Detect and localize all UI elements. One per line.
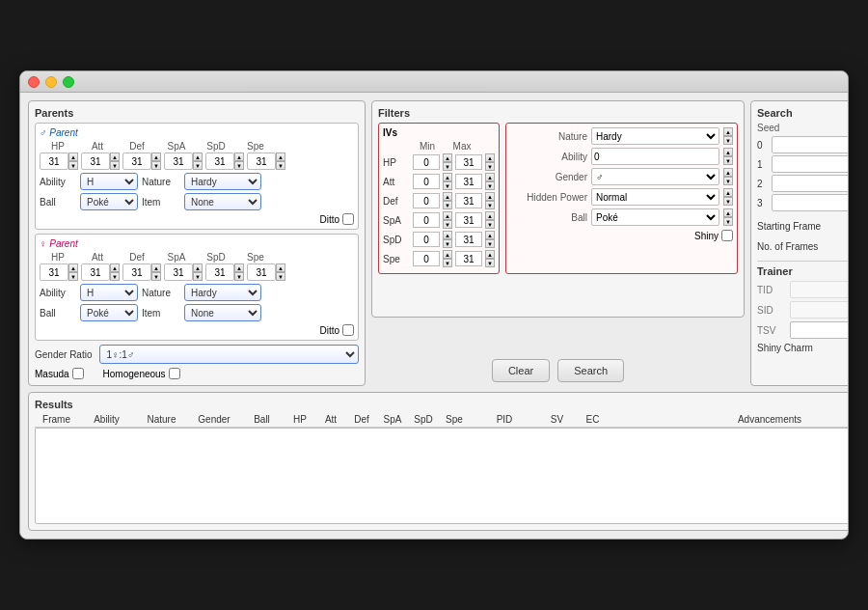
parent2-spa-input[interactable] <box>164 263 193 281</box>
p2-att-up[interactable]: ▲ <box>110 263 120 272</box>
filter-hp-min[interactable] <box>413 154 440 170</box>
parent1-nature-select[interactable]: Hardy <box>184 173 261 190</box>
filter-spd-min-stepper[interactable]: ▲▼ <box>443 231 452 248</box>
parent2-spd-input[interactable] <box>205 263 234 281</box>
parent1-spa-down[interactable]: ▼ <box>193 161 203 170</box>
parent2-hp-stepper[interactable]: ▲▼ <box>68 263 78 281</box>
parent1-ball-select[interactable]: Poké <box>80 193 138 210</box>
parent1-hp-down[interactable]: ▼ <box>68 161 78 170</box>
filter-ball-select[interactable]: Poké <box>591 208 719 226</box>
p2-spd-down[interactable]: ▼ <box>234 272 244 281</box>
p2-spe-up[interactable]: ▲ <box>276 263 285 272</box>
parent2-hp-input[interactable] <box>40 263 68 281</box>
filter-spd-min[interactable] <box>413 232 440 247</box>
p2-att-down[interactable]: ▼ <box>110 272 120 281</box>
parent2-item-select[interactable]: None <box>184 304 261 321</box>
parent2-spa-stepper[interactable]: ▲▼ <box>193 263 203 281</box>
filter-hp-min-stepper[interactable]: ▲▼ <box>443 153 452 171</box>
p2-hp-up[interactable]: ▲ <box>68 263 78 272</box>
filter-ability-stepper[interactable]: ▲▼ <box>723 148 733 165</box>
filter-ability-input[interactable] <box>591 148 719 165</box>
parent1-spa-input[interactable] <box>164 152 193 170</box>
filter-hp-stepper[interactable]: ▲▼ <box>723 188 733 206</box>
parent2-att-stepper[interactable]: ▲▼ <box>110 263 120 281</box>
parent1-spd-input[interactable] <box>205 152 234 170</box>
seed-3-input[interactable] <box>772 194 849 211</box>
clear-button[interactable]: Clear <box>492 359 550 382</box>
parent2-ability-select[interactable]: H <box>80 284 138 301</box>
p2-spa-down[interactable]: ▼ <box>193 272 203 281</box>
filter-gender-stepper[interactable]: ▲▼ <box>723 168 733 185</box>
filter-spd-max[interactable] <box>455 232 482 247</box>
close-button[interactable] <box>28 76 40 88</box>
filter-nature-select[interactable]: Hardy <box>591 127 719 145</box>
parent1-att-input[interactable] <box>81 152 110 170</box>
results-body[interactable] <box>35 428 849 524</box>
seed-2-input[interactable] <box>772 175 849 192</box>
sid-input[interactable] <box>790 301 849 319</box>
filter-spe-min-stepper[interactable]: ▲▼ <box>443 250 452 267</box>
parent2-def-input[interactable] <box>122 263 151 281</box>
parent1-def-input[interactable] <box>122 152 151 170</box>
filter-spa-min-stepper[interactable]: ▲▼ <box>443 211 452 229</box>
filter-spe-max[interactable] <box>455 251 482 266</box>
parent2-spe-input[interactable] <box>247 263 276 281</box>
filter-def-min-stepper[interactable]: ▲▼ <box>443 192 452 209</box>
masuda-checkbox[interactable] <box>72 368 84 379</box>
filter-gender-select[interactable]: ♂ <box>591 168 719 185</box>
p2-spe-down[interactable]: ▼ <box>276 272 285 281</box>
parent2-spd-stepper[interactable]: ▲▼ <box>234 263 244 281</box>
filter-spd-max-stepper[interactable]: ▲▼ <box>485 231 495 248</box>
filter-att-min-stepper[interactable]: ▲▼ <box>443 173 452 190</box>
filter-att-max[interactable] <box>455 174 482 189</box>
parent1-ditto-checkbox[interactable] <box>342 213 354 225</box>
filter-hp-max[interactable] <box>455 154 482 170</box>
filter-spa-min[interactable] <box>413 212 440 228</box>
parent2-ball-select[interactable]: Poké <box>80 304 138 321</box>
filter-spa-max[interactable] <box>455 212 482 228</box>
parent1-def-up[interactable]: ▲ <box>151 152 161 161</box>
tsv-input[interactable] <box>790 321 849 339</box>
parent1-def-down[interactable]: ▼ <box>151 161 161 170</box>
p2-def-down[interactable]: ▼ <box>151 272 161 281</box>
homogeneous-checkbox[interactable] <box>169 368 180 379</box>
parent1-att-down[interactable]: ▼ <box>110 161 120 170</box>
p2-spa-up[interactable]: ▲ <box>193 263 203 272</box>
filter-def-max[interactable] <box>455 193 482 208</box>
p2-hp-down[interactable]: ▼ <box>68 272 78 281</box>
tid-input[interactable] <box>790 281 849 298</box>
p2-def-up[interactable]: ▲ <box>151 263 161 272</box>
parent1-hp-input[interactable] <box>40 152 68 170</box>
parent2-att-input[interactable] <box>81 263 110 281</box>
minimize-button[interactable] <box>45 76 57 88</box>
p2-spd-up[interactable]: ▲ <box>234 263 244 272</box>
filter-def-min[interactable] <box>413 193 440 208</box>
filter-spe-max-stepper[interactable]: ▲▼ <box>485 250 495 267</box>
parent1-spa-stepper[interactable]: ▲▼ <box>193 152 203 170</box>
parent1-spa-up[interactable]: ▲ <box>193 152 203 161</box>
parent1-spd-down[interactable]: ▼ <box>234 161 244 170</box>
filter-att-max-stepper[interactable]: ▲▼ <box>485 173 495 190</box>
parent1-hp-stepper[interactable]: ▲▼ <box>68 152 78 170</box>
gender-ratio-select[interactable]: 1♀:1♂ <box>99 345 359 364</box>
parent1-hp-up[interactable]: ▲ <box>68 152 78 161</box>
filter-att-min[interactable] <box>413 174 440 189</box>
seed-1-input[interactable] <box>772 155 849 173</box>
filter-spa-max-stepper[interactable]: ▲▼ <box>485 211 495 229</box>
parent1-item-select[interactable]: None <box>184 193 261 210</box>
parent1-att-stepper[interactable]: ▲▼ <box>110 152 120 170</box>
seed-0-input[interactable] <box>772 136 849 153</box>
filter-hp-max-stepper[interactable]: ▲▼ <box>485 153 495 171</box>
filter-ball-stepper[interactable]: ▲▼ <box>723 208 733 226</box>
parent1-spe-up[interactable]: ▲ <box>276 152 285 161</box>
parent2-ditto-checkbox[interactable] <box>342 324 354 336</box>
parent2-def-stepper[interactable]: ▲▼ <box>151 263 161 281</box>
filter-def-max-stepper[interactable]: ▲▼ <box>485 192 495 209</box>
parent1-ability-select[interactable]: H <box>80 173 138 190</box>
parent2-spe-stepper[interactable]: ▲▼ <box>276 263 285 281</box>
maximize-button[interactable] <box>63 76 74 88</box>
parent2-nature-select[interactable]: Hardy <box>184 284 261 301</box>
filter-hiddenpower-select[interactable]: Normal <box>591 188 719 206</box>
search-button[interactable]: Search <box>557 359 624 382</box>
parent1-def-stepper[interactable]: ▲▼ <box>151 152 161 170</box>
